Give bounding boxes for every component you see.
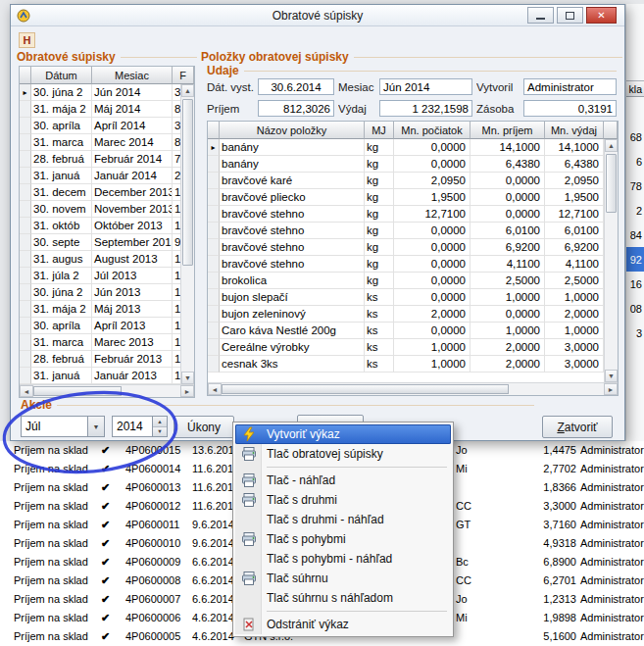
table-row[interactable]: cesnak 3ks ks 1,0000 2,0000 3,0000 xyxy=(208,356,618,373)
minimize-icon xyxy=(536,18,545,20)
cell-nazov: cesnak 3ks xyxy=(220,356,365,373)
table-row[interactable]: ▸ 30. júna 2 Jún 2014 3 xyxy=(20,84,194,101)
cell-mesiac: Jún 2013 xyxy=(92,284,173,301)
table-row[interactable]: 31. januá Január 2014 2 xyxy=(20,168,194,184)
table-row[interactable]: 30. apríla Apríl 2013 1 xyxy=(20,318,194,334)
vytvoril-field[interactable]: Administrator xyxy=(523,78,617,95)
table-row[interactable]: 31. decem December 2013 1 xyxy=(20,184,194,201)
scroll-left-icon[interactable]: ◄ xyxy=(20,385,33,397)
zasoba-field[interactable]: 0,3191 xyxy=(523,100,617,117)
table-row[interactable]: bravčové stehno kg 12,7100 0,0000 12,710… xyxy=(208,206,618,223)
doc-type-cell: Príjem na sklad xyxy=(14,590,88,609)
scroll-right-icon[interactable]: ► xyxy=(180,385,194,397)
table-row[interactable]: 31. mája 2 Máj 2014 8 xyxy=(20,101,194,118)
vertical-scrollbar[interactable]: ▲ ▼ xyxy=(604,139,618,382)
table-row[interactable]: bujon zeleninový ks 2,0000 0,0000 2,0000 xyxy=(208,306,618,323)
zatvorit-button[interactable]: Zatvoriť xyxy=(542,416,613,438)
menu-item-label: Tlač obratovej súpisky xyxy=(267,447,383,461)
dat-vyst-field[interactable]: 30.6.2014 xyxy=(258,78,334,95)
spin-up-icon[interactable]: ▲ xyxy=(153,417,167,426)
table-row[interactable]: 30. novem November 2013 1 xyxy=(20,201,194,218)
horizontal-scrollbar[interactable]: ◄ ► xyxy=(20,384,194,397)
maximize-button[interactable] xyxy=(557,7,583,24)
menu-item-vytvorit-vykaz[interactable]: Vytvoriť výkaz xyxy=(235,424,451,444)
table-row[interactable]: ▸ banány kg 0,0000 14,1000 14,1000 xyxy=(208,139,618,156)
column-header-f[interactable]: F xyxy=(173,67,194,84)
month-combobox[interactable]: Júl ▼ xyxy=(21,416,105,437)
menu-item-tlac-s-pohybmi-nahlad[interactable]: Tlač s pohybmi - náhľad xyxy=(235,549,451,569)
scrollbar-track[interactable] xyxy=(605,152,618,370)
table-row[interactable]: 30. apríla Apríl 2014 3 xyxy=(20,118,194,134)
table-row[interactable]: 31. mája 2 Máj 2013 1 xyxy=(20,301,194,318)
table-row[interactable]: 31. marca Marec 2013 1 xyxy=(20,334,194,351)
chevron-down-icon[interactable]: ▼ xyxy=(87,417,104,436)
scrollbar-thumb[interactable] xyxy=(606,154,617,213)
menu-item-odstranit-vykaz[interactable]: Odstrániť výkaz xyxy=(235,615,451,634)
row-selector xyxy=(208,223,220,239)
column-header-prijem[interactable]: Mn. príjem xyxy=(471,122,545,139)
table-row[interactable]: Cereálne výrobky ks 1,0000 2,0000 3,0000 xyxy=(208,339,618,356)
vertical-scrollbar[interactable]: ▲ ▼ xyxy=(180,84,194,384)
h-toolbar-button[interactable]: H xyxy=(19,32,35,48)
table-row[interactable]: 30. septe September 2013 9 xyxy=(20,234,194,251)
scrollbar-track[interactable] xyxy=(181,97,194,372)
column-header-vydaj[interactable]: Mn. výdaj xyxy=(545,122,604,139)
scroll-down-icon[interactable]: ▼ xyxy=(181,372,194,384)
scroll-down-icon[interactable]: ▼ xyxy=(605,370,618,382)
menu-item-tlac-s-druhmi-nahlad[interactable]: Tlač s druhmi - náhľad xyxy=(235,510,451,529)
menu-item-tlac-suhrnu[interactable]: Tlač súhrnu xyxy=(235,569,451,588)
table-row[interactable]: 31. októb Október 2013 1 xyxy=(20,218,194,234)
cell-nazov: bravčové karé xyxy=(220,173,365,189)
scrollbar-thumb[interactable] xyxy=(222,384,509,394)
menu-item-tlac-nahlad[interactable]: Tlač - náhľad xyxy=(235,471,451,490)
column-header-mj[interactable]: MJ xyxy=(365,122,394,139)
menu-item-tlac-s-pohybmi[interactable]: Tlač s pohybmi xyxy=(235,529,451,549)
scrollbar-thumb[interactable] xyxy=(33,386,122,396)
menu-item-tlac-obratovej-supisky[interactable]: Tlač obratovej súpisky xyxy=(235,444,451,464)
table-row[interactable]: brokolica kg 0,0000 2,5000 2,5000 xyxy=(208,273,618,289)
menu-item-tlac-suhrnu-s-nahladom[interactable]: Tlač súhrnu s náhľadom xyxy=(235,588,451,608)
table-row[interactable]: bravčové karé kg 2,0950 0,0000 2,0950 xyxy=(208,173,618,189)
table-row[interactable]: bravčové pliecko kg 1,9500 0,0000 1,9500 xyxy=(208,189,618,206)
column-header-pociatok[interactable]: Mn. počiatok xyxy=(394,122,471,139)
table-row[interactable]: 28. februá Február 2014 7 xyxy=(20,151,194,168)
vydaj-field[interactable]: 1 232,1598 xyxy=(379,100,472,117)
mesiac-field[interactable]: Jún 2014 xyxy=(379,78,472,95)
column-header-datum[interactable]: Dátum xyxy=(31,67,92,84)
ukony-button[interactable]: Úkony xyxy=(173,416,234,438)
table-row[interactable]: 31. júla 2 Júl 2013 1 xyxy=(20,268,194,284)
table-row[interactable]: banány kg 0,0000 6,4380 6,4380 xyxy=(208,156,618,173)
scroll-up-icon[interactable]: ▲ xyxy=(605,139,618,152)
items-grid: Názov položky MJ Mn. počiatok Mn. príjem… xyxy=(207,121,619,396)
scroll-right-icon[interactable]: ► xyxy=(604,383,618,395)
scrollbar-thumb[interactable] xyxy=(182,99,193,266)
table-row[interactable]: bravčové stehno kg 0,0000 4,1100 4,1100 xyxy=(208,256,618,273)
scrollbar-track[interactable] xyxy=(33,385,180,397)
spin-down-icon[interactable]: ▼ xyxy=(153,426,167,437)
prijem-field[interactable]: 812,3026 xyxy=(258,100,334,117)
table-row[interactable]: Caro káva Nestlé 200g ks 0,0000 1,0000 1… xyxy=(208,323,618,339)
horizontal-scrollbar[interactable]: ◄ ► xyxy=(208,382,618,395)
clipped-cell: 6 xyxy=(626,149,644,174)
minimize-button[interactable] xyxy=(527,7,554,24)
year-spinner[interactable]: 2014 ▲ ▼ xyxy=(112,416,168,437)
table-row[interactable]: 31. augus August 2013 1 xyxy=(20,251,194,268)
cell-vydaj: 6,9200 xyxy=(545,239,604,256)
doc-type-cell: Príjem na sklad xyxy=(14,627,88,646)
scroll-left-icon[interactable]: ◄ xyxy=(208,383,222,395)
column-header-mesiac[interactable]: Mesiac xyxy=(92,67,173,84)
column-header-nazov[interactable]: Názov položky xyxy=(220,122,365,139)
table-row[interactable]: bravčové stehno kg 0,0000 6,0100 6,0100 xyxy=(208,223,618,239)
close-button[interactable]: ✕ xyxy=(586,7,617,24)
table-row[interactable]: 31. marca Marec 2014 8 xyxy=(20,134,194,151)
akcie-caption: Akcie xyxy=(21,398,534,412)
table-row[interactable]: 30. júna 2 Jún 2013 1 xyxy=(20,284,194,301)
table-row[interactable]: bujon slepačí ks 0,0000 1,0000 1,0000 xyxy=(208,289,618,306)
title-bar[interactable]: Obratové súpisky ✕ xyxy=(11,5,624,26)
table-row[interactable]: bravčové stehno kg 0,0000 6,9200 6,9200 xyxy=(208,239,618,256)
scroll-up-icon[interactable]: ▲ xyxy=(181,84,194,97)
table-row[interactable]: 28. februá Február 2013 1 xyxy=(20,351,194,368)
menu-item-tlac-s-druhmi[interactable]: Tlač s druhmi xyxy=(235,490,451,510)
table-row[interactable]: 31. januá Január 2013 1 xyxy=(20,368,194,384)
scrollbar-track[interactable] xyxy=(222,383,604,395)
